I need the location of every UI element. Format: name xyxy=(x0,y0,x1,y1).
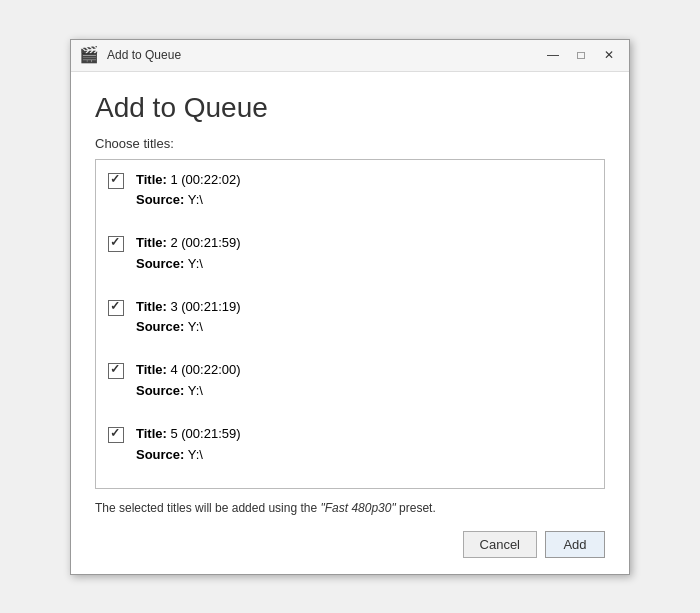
item-text: Title: 1 (00:22:02)Source: Y:\ xyxy=(136,170,241,212)
checkbox-wrapper xyxy=(108,427,124,443)
source-label: Source: xyxy=(136,319,184,334)
cancel-button[interactable]: Cancel xyxy=(463,531,537,558)
choose-label: Choose titles: xyxy=(95,136,605,151)
app-icon: 🎬 xyxy=(79,45,99,65)
list-item: Title: 3 (00:21:19)Source: Y:\ xyxy=(96,287,604,349)
title-checkbox-5[interactable] xyxy=(108,427,124,443)
dialog-window: 🎬 Add to Queue — □ ✕ Add to Queue Choose… xyxy=(70,39,630,575)
list-item: Title: 4 (00:22:00)Source: Y:\ xyxy=(96,350,604,412)
titles-list[interactable]: Title: 1 (00:22:02)Source: Y:\Title: 2 (… xyxy=(95,159,605,489)
checkbox-wrapper xyxy=(108,363,124,379)
source-label: Source: xyxy=(136,192,184,207)
title-checkbox-2[interactable] xyxy=(108,236,124,252)
title-bar: 🎬 Add to Queue — □ ✕ xyxy=(71,40,629,72)
list-item: Title: 1 (00:22:02)Source: Y:\ xyxy=(96,160,604,222)
title-bar-controls: — □ ✕ xyxy=(541,45,621,65)
title-label: Title: xyxy=(136,172,167,187)
list-item: Title: 2 (00:21:59)Source: Y:\ xyxy=(96,223,604,285)
title-label: Title: xyxy=(136,235,167,250)
close-button[interactable]: ✕ xyxy=(597,45,621,65)
source-label: Source: xyxy=(136,383,184,398)
item-text: Title: 4 (00:22:00)Source: Y:\ xyxy=(136,360,241,402)
dialog-content: Add to Queue Choose titles: Title: 1 (00… xyxy=(71,72,629,574)
list-item: Title: 5 (00:21:59)Source: Y:\ xyxy=(96,414,604,476)
item-text: Title: 3 (00:21:19)Source: Y:\ xyxy=(136,297,241,339)
source-label: Source: xyxy=(136,256,184,271)
button-row: Cancel Add xyxy=(95,531,605,558)
add-button[interactable]: Add xyxy=(545,531,605,558)
source-label: Source: xyxy=(136,447,184,462)
info-text: The selected titles will be added using … xyxy=(95,501,605,515)
title-checkbox-1[interactable] xyxy=(108,173,124,189)
info-text-suffix: preset. xyxy=(396,501,436,515)
item-text: Title: 2 (00:21:59)Source: Y:\ xyxy=(136,233,241,275)
preset-name: "Fast 480p30" xyxy=(320,501,395,515)
dialog-heading: Add to Queue xyxy=(95,92,605,124)
checkbox-wrapper xyxy=(108,173,124,189)
maximize-button[interactable]: □ xyxy=(569,45,593,65)
info-text-prefix: The selected titles will be added using … xyxy=(95,501,320,515)
checkbox-wrapper xyxy=(108,300,124,316)
minimize-button[interactable]: — xyxy=(541,45,565,65)
title-checkbox-4[interactable] xyxy=(108,363,124,379)
title-bar-text: Add to Queue xyxy=(107,48,541,62)
checkbox-wrapper xyxy=(108,236,124,252)
title-label: Title: xyxy=(136,362,167,377)
title-label: Title: xyxy=(136,426,167,441)
item-text: Title: 5 (00:21:59)Source: Y:\ xyxy=(136,424,241,466)
title-checkbox-3[interactable] xyxy=(108,300,124,316)
title-label: Title: xyxy=(136,299,167,314)
